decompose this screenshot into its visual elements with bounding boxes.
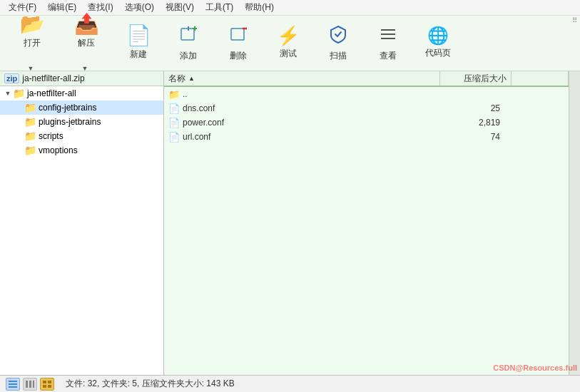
zip-badge-icon: zip <box>4 73 19 83</box>
delete-icon <box>228 24 248 47</box>
tree-item-root[interactable]: ▼ 📁 ja-netfilter-all <box>0 86 163 100</box>
view-label: 查看 <box>380 50 397 62</box>
status-grid-view-btn[interactable] <box>40 378 54 391</box>
extract-icon: 📤 <box>74 14 99 34</box>
delete-label: 删除 <box>230 50 247 62</box>
file-cell-parent-name: 📁 .. <box>164 89 440 100</box>
status-text: 文件: 32, 文件夹: 5, 压缩文件夹大小: 143 KB <box>66 378 235 390</box>
vmoptions-label: vmoptions <box>39 145 78 155</box>
scan-label: 扫描 <box>330 50 347 62</box>
main-area: zip ja-netfilter-all.zip ▼ 📁 ja-netfilte… <box>0 71 580 375</box>
svg-rect-17 <box>43 385 46 388</box>
new-label: 新建 <box>130 48 147 61</box>
file-cell-dns-name: 📄 dns.conf <box>164 103 440 114</box>
toolbar-delete-btn[interactable]: 删除 <box>214 19 263 68</box>
tree-item-config-jetbrains[interactable]: 📁 config-jetbrains <box>0 100 163 115</box>
file-cell-url-size: 74 <box>440 132 512 142</box>
file-row-parent[interactable]: 📁 .. <box>164 87 569 101</box>
menu-options[interactable]: 选项(O) <box>119 0 160 15</box>
toolbar-open-btn[interactable]: 📂 打开 ▼ <box>6 19 58 68</box>
menu-view[interactable]: 视图(V) <box>160 0 200 15</box>
status-bar: 文件: 32, 文件夹: 5, 压缩文件夹大小: 143 KB <box>0 375 580 392</box>
power-file-label: power.conf <box>183 118 224 128</box>
file-cell-dns-size: 25 <box>440 103 512 113</box>
status-list-view-btn[interactable] <box>6 378 20 391</box>
plugins-folder-icon: 📁 <box>24 117 36 127</box>
svg-rect-16 <box>48 381 51 383</box>
test-icon: ⚡ <box>277 26 300 45</box>
file-panel: 名称 ▲ 压缩后大小 📁 .. <box>164 71 569 375</box>
scripts-expand-icon <box>14 131 24 141</box>
sort-arrow-icon: ▲ <box>188 75 195 82</box>
dns-file-icon: 📄 <box>168 103 180 114</box>
toolbar-new-btn[interactable]: 📄 新建 <box>114 19 163 68</box>
vmoptions-folder-icon: 📁 <box>24 145 36 155</box>
open-label: 打开 <box>24 37 41 49</box>
vmoptions-expand-icon <box>14 145 24 155</box>
tree-item-plugins-jetbrains[interactable]: 📁 plugins-jetbrains <box>0 115 163 129</box>
scan-icon <box>328 24 348 47</box>
file-row-power[interactable]: 📄 power.conf 2,819 <box>164 115 569 130</box>
col-header-name[interactable]: 名称 ▲ <box>164 71 440 86</box>
power-file-icon: 📄 <box>168 118 180 128</box>
scripts-folder-icon: 📁 <box>24 131 36 141</box>
svg-rect-15 <box>43 381 46 383</box>
add-label: 添加 <box>180 50 197 62</box>
svg-rect-9 <box>9 381 17 382</box>
svg-rect-18 <box>48 385 51 388</box>
tree-panel: zip ja-netfilter-all.zip ▼ 📁 ja-netfilte… <box>0 71 164 375</box>
file-cell-power-name: 📄 power.conf <box>164 118 440 128</box>
file-row-dns[interactable]: 📄 dns.conf 25 <box>164 101 569 115</box>
toolbar-extract-btn[interactable]: 📤 解压 ▼ <box>60 19 113 68</box>
svg-rect-13 <box>29 381 31 388</box>
scripts-label: scripts <box>39 131 63 141</box>
parent-dir-icon: 📁 <box>168 89 180 100</box>
codepage-label: 代码页 <box>425 47 451 59</box>
file-cell-power-size: 2,819 <box>440 118 512 128</box>
view-icon <box>378 24 398 47</box>
dns-file-label: dns.conf <box>183 103 215 113</box>
right-scrollbar[interactable] <box>569 71 580 375</box>
config-expand-icon <box>14 103 24 113</box>
config-label: config-jetbrains <box>39 103 96 113</box>
file-cell-url-name: 📄 url.conf <box>164 132 440 143</box>
toolbar-test-btn[interactable]: ⚡ 测试 <box>264 19 312 68</box>
status-detail-view-btn[interactable] <box>23 378 37 391</box>
status-icons <box>6 378 54 391</box>
plugins-label: plugins-jetbrains <box>39 117 101 127</box>
codepage-icon: 🌐 <box>427 27 449 44</box>
root-expand-icon: ▼ <box>3 88 13 98</box>
add-icon <box>178 24 198 47</box>
toolbar: 📂 打开 ▼ 📤 解压 ▼ 📄 新建 添加 <box>0 16 580 71</box>
toolbar-view-btn[interactable]: 查看 <box>364 19 412 68</box>
tree-item-scripts[interactable]: 📁 scripts <box>0 129 163 143</box>
svg-rect-10 <box>9 383 17 385</box>
menu-tools[interactable]: 工具(T) <box>200 0 239 15</box>
file-list: 📁 .. 📄 dns.conf 25 📄 power.conf <box>164 87 569 375</box>
new-icon: 📄 <box>126 26 151 46</box>
tree-zip-label: ja-netfilter-all.zip <box>22 73 84 83</box>
col-header-size[interactable]: 压缩后大小 <box>440 71 512 86</box>
parent-dir-label: .. <box>183 89 188 99</box>
plugins-expand-icon <box>14 117 24 127</box>
url-file-icon: 📄 <box>168 132 180 143</box>
toolbar-scan-btn[interactable]: 扫描 <box>314 19 362 68</box>
config-folder-icon: 📁 <box>24 103 36 113</box>
svg-rect-14 <box>33 381 34 388</box>
test-label: 测试 <box>280 48 297 60</box>
svg-rect-4 <box>231 29 244 40</box>
col-size-label: 压缩后大小 <box>464 73 507 85</box>
svg-rect-11 <box>9 386 17 388</box>
col-header-extra[interactable] <box>512 71 569 86</box>
url-file-label: url.conf <box>183 132 210 142</box>
menu-help[interactable]: 帮助(H) <box>239 0 280 15</box>
svg-rect-12 <box>26 381 28 388</box>
file-row-url[interactable]: 📄 url.conf 74 <box>164 130 569 144</box>
toolbar-codepage-btn[interactable]: 🌐 代码页 <box>414 19 462 68</box>
corner-dots: ⠿ <box>572 17 577 24</box>
open-icon: 📂 <box>20 14 45 34</box>
toolbar-add-btn[interactable]: 添加 <box>164 19 213 68</box>
file-panel-header: 名称 ▲ 压缩后大小 <box>164 71 569 87</box>
tree-item-vmoptions[interactable]: 📁 vmoptions <box>0 143 163 158</box>
col-name-label: 名称 <box>168 73 185 85</box>
